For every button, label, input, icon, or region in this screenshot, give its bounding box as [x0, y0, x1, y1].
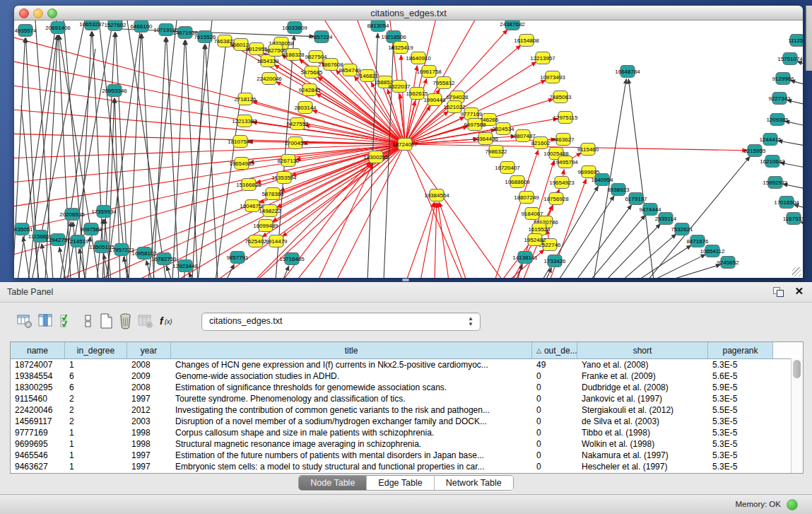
select-all-icon[interactable]: [58, 311, 76, 331]
network-node[interactable]: 17359934: [91, 206, 117, 218]
network-node[interactable]: 9227343: [768, 93, 791, 105]
show-columns-icon[interactable]: [37, 311, 55, 331]
network-window-titlebar[interactable]: citations_edges.txt: [14, 6, 803, 21]
table-row[interactable]: 1872400712008Changes of HCN gene express…: [11, 359, 803, 370]
column-header-title[interactable]: title: [171, 342, 532, 358]
network-node[interactable]: 4935574: [14, 25, 37, 37]
scrollbar-thumb[interactable]: [793, 360, 801, 378]
svg-text:17957223: 17957223: [109, 247, 134, 253]
table-row[interactable]: 1456911722003Disruption of a novel membe…: [11, 416, 803, 427]
network-node[interactable]: 7857224: [310, 31, 333, 43]
table-row[interactable]: 1938455462009Genome-wide association stu…: [11, 370, 803, 382]
network-node[interactable]: 12213957: [530, 52, 555, 64]
network-node[interactable]: 9129966: [772, 73, 794, 85]
network-node[interactable]: 5475685: [300, 66, 323, 78]
table-row[interactable]: 1830029562008Estimation of significance …: [11, 382, 803, 393]
column-header-year[interactable]: year: [127, 342, 171, 358]
cell-year: 2008: [127, 360, 171, 370]
tab-edge-table[interactable]: Edge Table: [367, 476, 434, 490]
network-node[interactable]: 15992971: [763, 177, 788, 189]
network-node[interactable]: 18756928: [543, 193, 569, 205]
network-node[interactable]: 9474444: [639, 204, 661, 216]
deselect-all-icon[interactable]: [79, 311, 98, 331]
table-row[interactable]: 977716911998Corpus callosum shape and si…: [11, 427, 803, 438]
network-node[interactable]: 1167531: [783, 213, 803, 225]
tab-network-table[interactable]: Network Table: [435, 476, 513, 490]
network-node[interactable]: 12975115: [553, 112, 579, 124]
network-node[interactable]: 1209385: [766, 114, 789, 126]
column-header-name[interactable]: name: [11, 342, 65, 358]
network-node[interactable]: 15751074: [777, 53, 803, 65]
column-header-in_degree[interactable]: in_degree: [65, 342, 127, 358]
table-row[interactable]: 946362711997Embryonic stem cells: a mode…: [11, 461, 803, 472]
table-scrollbar[interactable]: [791, 358, 803, 473]
network-node[interactable]: 20691406: [45, 22, 71, 34]
network-node[interactable]: 9463627: [552, 134, 575, 146]
svg-text:16782759: 16782759: [151, 256, 177, 262]
column-header-out_de[interactable]: △out_de...: [532, 342, 577, 358]
network-canvas[interactable]: 4935574206914061065328715276026466100107…: [14, 21, 803, 278]
network-node[interactable]: 9857791: [226, 252, 249, 264]
network-node[interactable]: 9097588: [80, 223, 102, 235]
network-node[interactable]: 7625402: [245, 235, 267, 247]
network-node[interactable]: 1700453: [284, 137, 307, 149]
table-row[interactable]: 911546021997Tourette syndrome. Phenomeno…: [11, 393, 803, 404]
close-panel-icon[interactable]: ✕: [794, 285, 804, 298]
trash-icon[interactable]: [117, 311, 135, 331]
network-node[interactable]: 20206535: [59, 209, 85, 221]
new-document-icon[interactable]: [98, 311, 116, 331]
network-node[interactable]: 16210643: [760, 156, 785, 168]
cell-name: 9463627: [11, 462, 65, 472]
float-panel-icon[interactable]: [773, 287, 784, 297]
table-selector-dropdown[interactable]: citations_edges.txt ▲▼: [201, 313, 481, 331]
table-settings-icon[interactable]: [16, 311, 34, 331]
network-node[interactable]: 1733426: [543, 255, 566, 267]
network-node[interactable]: 7955812: [433, 77, 455, 89]
citation-network-graph[interactable]: 4935574206914061065328715276026466100107…: [14, 21, 803, 278]
network-node[interactable]: 7485063: [549, 91, 572, 103]
network-node[interactable]: 5878363: [261, 188, 284, 200]
network-node[interactable]: 7532621: [671, 223, 693, 235]
window-resize-grip[interactable]: [792, 267, 801, 276]
network-node[interactable]: 20364436: [473, 133, 498, 145]
column-header-short[interactable]: short: [577, 342, 708, 358]
network-node[interactable]: 24387682: [500, 21, 525, 30]
column-header-pagerank[interactable]: pagerank: [708, 342, 773, 358]
network-node[interactable]: 9245652: [717, 257, 739, 269]
network-node[interactable]: 17016504: [774, 197, 799, 209]
network-node[interactable]: 821602: [531, 137, 551, 149]
network-node[interactable]: 16099489: [253, 220, 278, 232]
network-node[interactable]: 16033809: [282, 22, 307, 34]
table-row[interactable]: 969969511998Structural magnetic resonanc…: [11, 438, 803, 450]
network-node[interactable]: 18807249: [514, 192, 539, 204]
function-builder-icon[interactable]: f(x): [158, 311, 177, 331]
network-node[interactable]: 15716485: [279, 253, 305, 265]
network-node[interactable]: 7986322: [485, 146, 507, 158]
network-node[interactable]: 8215955: [743, 145, 766, 157]
network-node[interactable]: 8471676: [686, 235, 709, 247]
network-node[interactable]: 111253: [788, 35, 803, 47]
cell-pagerank: 5.3E-5: [708, 462, 773, 472]
delete-table-icon[interactable]: [136, 311, 155, 331]
network-node[interactable]: 16720407: [495, 162, 520, 174]
table-row[interactable]: 2242004622012Investigating the contribut…: [11, 404, 803, 416]
network-node[interactable]: 2803144: [294, 102, 317, 114]
dropdown-stepper-icon: ▲▼: [468, 316, 473, 327]
table-row[interactable]: 946554611997Estimation of the future num…: [11, 450, 803, 461]
network-node[interactable]: 19654923: [549, 177, 575, 189]
tab-node-table[interactable]: Node Table: [299, 476, 367, 490]
network-node[interactable]: 8813054: [367, 21, 389, 32]
network-node[interactable]: 9914479: [265, 235, 288, 247]
network-node[interactable]: 16961758: [416, 66, 442, 78]
svg-text:8322037: 8322037: [388, 83, 411, 90]
svg-text:16099489: 16099489: [253, 223, 278, 229]
panel-splitter-handle[interactable]: [402, 279, 409, 281]
network-node[interactable]: 16648784: [615, 66, 640, 78]
network-node[interactable]: 1244415: [759, 134, 782, 146]
network-node[interactable]: 18107543: [228, 136, 253, 148]
network-node[interactable]: 2935114: [655, 213, 677, 225]
network-node[interactable]: 16154808: [514, 35, 539, 47]
network-node[interactable]: 12213383: [232, 115, 257, 127]
cell-out_de: 0: [532, 439, 577, 449]
network-node[interactable]: 8938923: [607, 184, 630, 196]
